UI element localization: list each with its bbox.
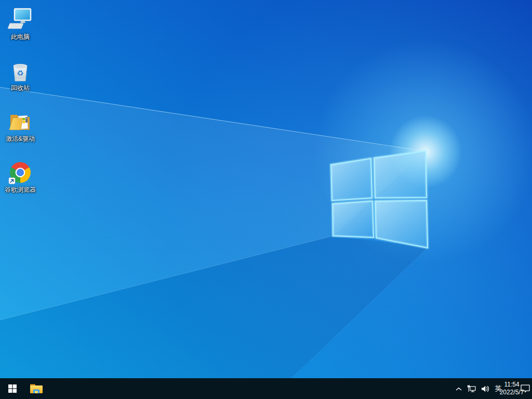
icon-label-activation-drivers: 激活&驱动	[6, 135, 35, 142]
icon-label-recycle-bin: 回收站	[11, 84, 30, 91]
icon-label-this-pc: 此电脑	[11, 33, 30, 41]
network-status-button[interactable]	[464, 378, 478, 399]
desktop-icon-google-chrome[interactable]: 谷歌浏览器	[1, 156, 39, 207]
desktop-icon-recycle-bin[interactable]: ♻ 回收站	[1, 54, 39, 105]
desktop-wallpaper[interactable]	[0, 0, 532, 378]
activation-drivers-folder-icon	[8, 109, 33, 134]
windows-logo	[0, 0, 532, 399]
windows-desktop-screen: 此电脑 ♻ 回收站	[0, 0, 532, 399]
desktop-icon-activation-drivers[interactable]: 激活&驱动	[1, 105, 39, 156]
action-center-icon	[521, 384, 530, 393]
speaker-icon	[481, 385, 489, 392]
icon-label-google-chrome: 谷歌浏览器	[5, 186, 36, 193]
google-chrome-icon	[8, 160, 33, 185]
start-button[interactable]	[0, 378, 25, 399]
file-explorer-icon	[30, 383, 43, 394]
desktop-icon-this-pc[interactable]: 此电脑	[1, 3, 39, 54]
ethernet-icon	[467, 385, 476, 392]
taskbar: 英 11:54 2022/5/7	[0, 378, 532, 399]
volume-button[interactable]	[478, 378, 491, 399]
taskbar-clock[interactable]: 11:54 2022/5/7	[505, 378, 518, 399]
file-explorer-button[interactable]	[25, 378, 48, 399]
taskbar-empty-area[interactable]	[48, 378, 453, 399]
desktop-icons: 此电脑 ♻ 回收站	[1, 3, 39, 207]
shortcut-arrow-badge	[9, 178, 15, 184]
svg-text:♻: ♻	[17, 69, 23, 78]
show-hidden-icons-button[interactable]	[453, 378, 464, 399]
action-center-button[interactable]	[518, 378, 532, 399]
clock-time: 11:54	[504, 381, 519, 389]
start-icon	[8, 384, 17, 393]
system-tray: 英 11:54 2022/5/7	[453, 378, 532, 399]
chevron-up-icon	[456, 387, 462, 391]
this-pc-icon	[8, 7, 33, 32]
recycle-bin-icon: ♻	[8, 58, 33, 83]
